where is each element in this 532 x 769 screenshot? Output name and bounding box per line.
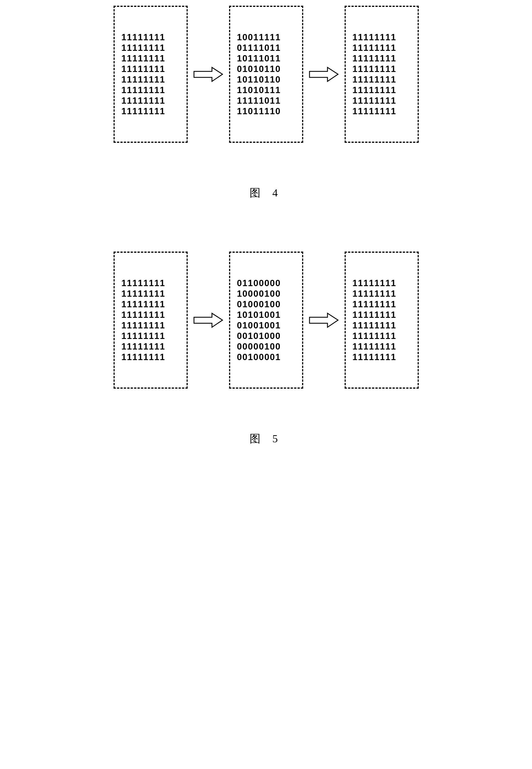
- binary-line: 11111111: [353, 95, 411, 106]
- figure-4-box-1: 11111111 11111111 11111111 11111111 1111…: [114, 6, 188, 143]
- binary-line: 11111111: [122, 352, 180, 362]
- binary-line: 11111111: [353, 331, 411, 341]
- binary-line: 01100000: [237, 278, 295, 288]
- binary-line: 11111111: [353, 352, 411, 362]
- figure-5-box-3: 11111111 11111111 11111111 11111111 1111…: [345, 252, 419, 389]
- figure-4-box-2: 10011111 01111011 10111011 01010110 1011…: [229, 6, 303, 143]
- binary-line: 11111111: [353, 288, 411, 299]
- binary-line: 11111111: [122, 32, 180, 43]
- binary-line: 11111111: [353, 85, 411, 95]
- figure-5-box-2: 01100000 10000100 01000100 10101001 0100…: [229, 252, 303, 389]
- binary-line: 11111111: [353, 299, 411, 310]
- binary-line: 11111111: [122, 310, 180, 320]
- binary-line: 11111111: [353, 106, 411, 116]
- binary-line: 11111111: [122, 278, 180, 288]
- figure-4-row: 11111111 11111111 11111111 11111111 1111…: [6, 6, 526, 143]
- figure-5: 11111111 11111111 11111111 11111111 1111…: [6, 252, 526, 446]
- binary-line: 11111111: [122, 320, 180, 331]
- binary-line: 01001001: [237, 320, 295, 331]
- binary-line: 11111111: [353, 32, 411, 43]
- binary-line: 11011110: [237, 106, 295, 116]
- figure-5-caption: 图 5: [6, 431, 526, 446]
- binary-line: 11111111: [353, 341, 411, 352]
- binary-line: 11111111: [353, 320, 411, 331]
- figure-4: 11111111 11111111 11111111 11111111 1111…: [6, 6, 526, 200]
- binary-line: 11111111: [122, 288, 180, 299]
- binary-line: 11111011: [237, 95, 295, 106]
- binary-line: 11111111: [122, 331, 180, 341]
- binary-line: 01010110: [237, 64, 295, 74]
- arrow-right-icon: [309, 312, 339, 328]
- binary-line: 10111011: [237, 53, 295, 64]
- binary-line: 11111111: [353, 43, 411, 53]
- binary-line: 11111111: [122, 53, 180, 64]
- binary-line: 00101000: [237, 331, 295, 341]
- arrow-right-icon: [309, 66, 339, 82]
- binary-line: 10000100: [237, 288, 295, 299]
- figure-5-box-1: 11111111 11111111 11111111 11111111 1111…: [114, 252, 188, 389]
- binary-line: 00100001: [237, 352, 295, 362]
- binary-line: 11111111: [122, 85, 180, 95]
- binary-line: 11111111: [353, 310, 411, 320]
- figure-5-row: 11111111 11111111 11111111 11111111 1111…: [6, 252, 526, 389]
- binary-line: 11111111: [122, 74, 180, 85]
- binary-line: 11111111: [122, 341, 180, 352]
- binary-line: 11111111: [122, 43, 180, 53]
- binary-line: 01000100: [237, 299, 295, 310]
- binary-line: 11111111: [122, 106, 180, 116]
- binary-line: 11111111: [122, 64, 180, 74]
- binary-line: 11010111: [237, 85, 295, 95]
- binary-line: 10110110: [237, 74, 295, 85]
- binary-line: 11111111: [122, 95, 180, 106]
- binary-line: 10101001: [237, 310, 295, 320]
- binary-line: 11111111: [353, 64, 411, 74]
- binary-line: 01111011: [237, 43, 295, 53]
- binary-line: 00000100: [237, 341, 295, 352]
- binary-line: 11111111: [353, 278, 411, 288]
- figure-4-box-3: 11111111 11111111 11111111 11111111 1111…: [345, 6, 419, 143]
- arrow-right-icon: [193, 312, 223, 328]
- binary-line: 10011111: [237, 32, 295, 43]
- binary-line: 11111111: [353, 53, 411, 64]
- arrow-right-icon: [193, 66, 223, 82]
- binary-line: 11111111: [353, 74, 411, 85]
- binary-line: 11111111: [122, 299, 180, 310]
- figure-4-caption: 图 4: [6, 185, 526, 200]
